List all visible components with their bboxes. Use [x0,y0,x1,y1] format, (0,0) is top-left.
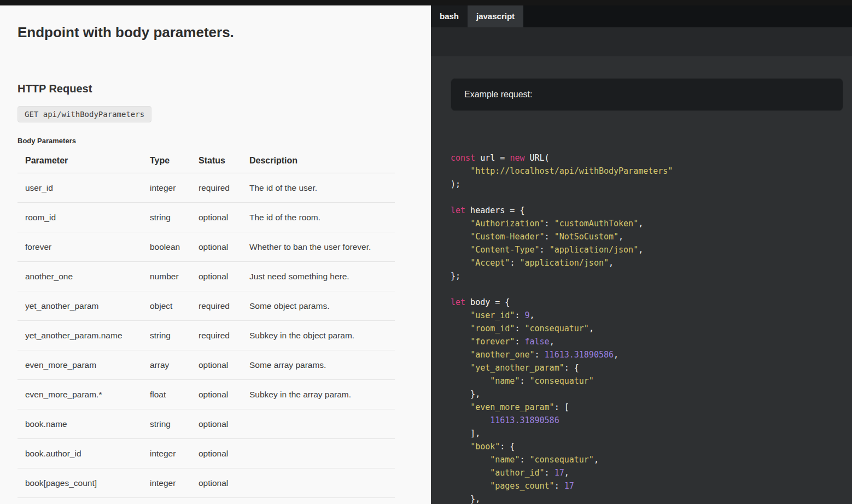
code-line: "even_more_param": [ [451,401,843,414]
parameters-table: ParameterTypeStatusDescription user_idin… [17,151,395,498]
table-row: another_onenumberoptionalJust need somet… [17,262,395,291]
param-status-cell: optional [191,350,242,380]
param-type-cell: integer [142,468,191,498]
param-description-cell: Subkey in the object param. [242,321,395,350]
param-status-cell: optional [191,468,242,498]
param-description-cell: Some object params. [242,291,395,321]
code-line: "another_one": 11613.31890586, [451,348,843,361]
param-name-cell: even_more_param [17,350,142,380]
param-type-cell: string [142,321,191,350]
code-line: "Custom-Header": "NotSoCustom", [451,230,843,243]
code-line: "Authorization": "customAuthToken", [451,217,843,230]
table-row: user_idintegerrequiredThe id of the user… [17,173,395,203]
code-line: ], [451,427,843,440]
table-row: yet_another_param.namestringrequiredSubk… [17,321,395,350]
page-title: Endpoint with body parameters. [17,24,431,41]
language-tabbar: bashjavascript [431,5,852,27]
code-line [451,283,843,296]
body-parameters-label: Body Parameters [17,137,431,145]
table-row: book.namestringoptional [17,409,395,439]
code-line: let headers = { [451,204,843,217]
param-name-cell: book.name [17,409,142,439]
param-type-cell: integer [142,173,191,203]
table-row: book.author_idintegeroptional [17,439,395,468]
param-description-cell [242,409,395,439]
code-line: ); [451,178,843,191]
param-description-cell: Some array params. [242,350,395,380]
code-line: "yet_another_param": { [451,361,843,374]
endpoint-badge: GET api/withBodyParameters [17,106,151,122]
param-status-cell: optional [191,232,242,262]
code-line: "book": { [451,440,843,453]
code-line: }, [451,388,843,401]
table-header-row: ParameterTypeStatusDescription [17,151,395,173]
param-name-cell: user_id [17,173,142,203]
example-request-box: Example request: [451,78,843,111]
param-type-cell: string [142,203,191,232]
param-status-cell: optional [191,380,242,409]
param-name-cell: yet_another_param [17,291,142,321]
code-line: "http://localhost/api/withBodyParameters… [451,165,843,178]
tab-javascript[interactable]: javascript [468,5,523,27]
param-status-cell: required [191,291,242,321]
code-line: "room_id": "consequatur", [451,322,843,335]
table-header-cell: Type [142,151,191,173]
example-request-label: Example request: [464,90,533,99]
param-status-cell: optional [191,409,242,439]
docs-panel: Endpoint with body parameters. HTTP Requ… [0,5,431,504]
param-status-cell: optional [191,262,242,291]
param-description-cell: Whether to ban the user forever. [242,232,395,262]
param-description-cell: The id of the user. [242,173,395,203]
table-header-cell: Status [191,151,242,173]
param-status-cell: required [191,321,242,350]
http-request-heading: HTTP Request [17,83,431,95]
param-status-cell: required [191,173,242,203]
param-name-cell: yet_another_param.name [17,321,142,350]
code-block: const url = new URL( "http://localhost/a… [451,151,843,504]
code-line: "author_id": 17, [451,466,843,479]
param-name-cell: book.author_id [17,439,142,468]
param-name-cell: another_one [17,262,142,291]
tab-bash[interactable]: bash [431,5,468,27]
table-row: even_more_param.*floatoptionalSubkey in … [17,380,395,409]
table-row: yet_another_paramobjectrequiredSome obje… [17,291,395,321]
param-description-cell: Subkey in the array param. [242,380,395,409]
code-line: "name": "consequatur", [451,453,843,466]
param-description-cell: The id of the room. [242,203,395,232]
code-line: let body = { [451,296,843,309]
code-line: "user_id": 9, [451,309,843,322]
param-description-cell [242,439,395,468]
table-row: room_idstringoptionalThe id of the room. [17,203,395,232]
code-line: "forever": false, [451,335,843,348]
param-description-cell: Just need something here. [242,262,395,291]
param-description-cell [242,468,395,498]
table-header-cell: Parameter [17,151,142,173]
table-row: book[pages_count]integeroptional [17,468,395,498]
param-name-cell: forever [17,232,142,262]
code-line: "Accept": "application/json", [451,256,843,269]
param-status-cell: optional [191,203,242,232]
param-type-cell: object [142,291,191,321]
param-type-cell: array [142,350,191,380]
code-line: }; [451,269,843,283]
table-header-cell: Description [242,151,395,173]
code-line: }, [451,493,843,504]
table-row: foreverbooleanoptionalWhether to ban the… [17,232,395,262]
param-name-cell: book[pages_count] [17,468,142,498]
code-panel: bashjavascript Example request: const ur… [431,5,852,504]
param-type-cell: integer [142,439,191,468]
code-line: "Content-Type": "application/json", [451,243,843,256]
tabbar-spacer [431,27,852,56]
param-name-cell: room_id [17,203,142,232]
code-line: const url = new URL( [451,151,843,165]
top-bar [0,0,852,5]
param-name-cell: even_more_param.* [17,380,142,409]
code-line: 11613.31890586 [451,414,843,427]
param-type-cell: string [142,409,191,439]
code-line: "name": "consequatur" [451,374,843,388]
code-line [451,191,843,204]
table-row: even_more_paramarrayoptionalSome array p… [17,350,395,380]
code-line: "pages_count": 17 [451,479,843,493]
param-type-cell: number [142,262,191,291]
param-status-cell: optional [191,439,242,468]
